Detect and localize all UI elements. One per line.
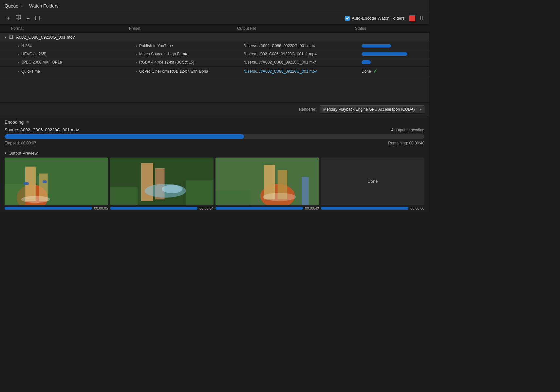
preset-chevron-icon: ▾ [136,52,137,56]
preset-chevron-icon: ▾ [136,61,137,64]
col-output: Output File [237,26,355,31]
preview-progress-row-4: 00:00:00 [321,206,424,210]
preview-item-2: 00:00:04 [110,158,214,210]
table-row: ▾ HEVC (H.265) ▾ Match Source – High Bit… [0,50,429,58]
done-preview-label: Done [367,179,378,184]
output-path: /Users/.../A002_C086_09220G_001.mp4 [244,44,362,48]
preset-cell: ▾ Match Source – High Bitrate [136,52,244,56]
encoding-source: Source: A002_C086_09220G_001.mov [5,127,79,132]
output-path: /Users/.../002_C086_09220G_001_1.mp4 [244,52,362,56]
format-cell: ▾ HEVC (H.265) [18,52,136,56]
svg-rect-19 [186,180,214,205]
stop-button[interactable] [409,15,415,21]
svg-rect-11 [24,182,29,185]
format-cell: ▾ QuickTime [18,69,136,74]
pause-button[interactable]: ⏸ [419,15,424,21]
previews-grid: 00:00:05 00:00:04 [5,158,424,212]
preview-time-1: 00:00:05 [94,206,108,210]
encoding-source-row: Source: A002_C086_09220G_001.mov 4 outpu… [5,127,424,132]
source-chevron-icon[interactable]: ▾ [5,35,7,40]
elapsed-label: Elapsed: 00:00:07 [5,141,36,145]
toolbar: + − ❐ Auto-Encode Watch Folders ⏸ [0,12,429,25]
preview-progress-bar-3 [215,207,303,210]
table-row: ▾ JPEG 2000 MXF OP1a ▾ RGBA 4:4:4:4 12-b… [0,58,429,66]
col-status: Status [355,26,420,31]
preview-progress-row-1: 00:00:05 [5,206,108,210]
film-icon: 🎞 [9,35,13,40]
source-row[interactable]: ▾ 🎞 A002_C086_09220G_001.mov [0,33,429,42]
encoding-section: Encoding ≡ Source: A002_C086_09220G_001.… [0,116,429,212]
preview-thumb-2 [110,158,214,205]
svg-point-10 [21,196,50,203]
source-filename: A002_C086_09220G_001.mov [16,35,75,40]
preview-progress-row-2: 00:00:04 [110,206,214,210]
watch-folders-tab[interactable]: Watch Folders [29,3,59,9]
preview-time-2: 00:00:04 [199,206,214,210]
format-label: JPEG 2000 MXF OP1a [21,60,62,65]
top-nav: Queue ≡ Watch Folders [0,0,429,12]
duplicate-button[interactable]: ❐ [33,15,42,22]
format-cell: ▾ JPEG 2000 MXF OP1a [18,60,136,65]
preset-label: Publish to YouTube [139,44,173,48]
queue-tab[interactable]: Queue ≡ [5,3,23,9]
preset-label: Match Source – High Bitrate [139,52,188,56]
preview-item-3: 00:00:40 [215,158,319,210]
done-status: Done [362,69,371,74]
output-path: /Users/.../t/A002_C086_09220G_001.mxf [244,60,362,65]
preset-cell: ▾ RGBA 4:4:4:4 12-bit (BCS@L5) [136,60,244,65]
timing-row: Elapsed: 00:00:07 Remaining: 00:00:40 [5,141,424,145]
progress-bar [362,44,391,47]
table-row: ▾ QuickTime ▾ GoPro CineForm RGB 12-bit … [0,66,429,76]
auto-encode-checkbox[interactable] [345,16,350,21]
queue-empty-area [0,76,429,103]
preview-image-2 [110,158,214,205]
preset-chevron-icon: ▾ [136,44,137,48]
encoding-menu-icon: ≡ [26,120,29,125]
preview-image-3 [215,158,319,205]
status-cell [362,60,424,64]
output-preview-label: Output Preview [9,151,38,156]
output-preview-header: ▾ Output Preview [5,148,424,158]
renderer-select[interactable]: Mercury Playback Engine GPU Acceleration… [320,105,424,113]
add-output-button[interactable] [13,14,23,22]
col-format: Format [11,26,129,31]
output-path: /Users/.../t/A002_C086_09220G_001.mov [244,69,362,74]
preview-progress-bar-4 [321,207,408,210]
renderer-label: Renderer: [299,107,316,112]
preview-progress-bar-1 [5,207,92,210]
preview-chevron-icon: ▾ [5,151,7,155]
status-cell: Done ✓ [362,68,424,74]
add-button[interactable]: + [5,15,12,22]
svg-rect-26 [215,191,250,205]
status-cell [362,52,424,56]
format-label: H.264 [21,44,32,48]
preview-item-1: 00:00:05 [5,158,108,210]
preset-label: RGBA 4:4:4:4 12-bit (BCS@L5) [139,60,194,65]
outputs-count: 4 outputs encoding [391,128,424,132]
preview-progress-row-3: 00:00:40 [215,206,319,210]
svg-point-24 [263,193,296,201]
auto-encode-text: Auto-Encode Watch Folders [352,16,405,21]
queue-menu-icon: ≡ [20,4,23,8]
col-preset: Preset [129,26,237,31]
svg-rect-18 [110,187,138,205]
remove-button[interactable]: − [25,15,32,22]
row-chevron-icon: ▾ [18,61,19,64]
format-label: HEVC (H.265) [21,52,47,56]
encoding-header: Encoding ≡ [5,120,424,125]
auto-encode-label: Auto-Encode Watch Folders [345,16,405,21]
preview-thumb-1 [5,158,108,205]
preview-image-1 [5,158,108,205]
preview-item-4: Done 00:00:00 [321,158,424,210]
svg-rect-12 [43,180,47,183]
row-chevron-icon: ▾ [18,69,19,73]
preview-time-3: 00:00:40 [305,206,319,210]
preset-chevron-icon: ▾ [136,69,137,73]
preview-progress-bar-2 [110,207,197,210]
remaining-label: Remaining: 00:00:40 [388,141,424,145]
svg-point-17 [162,185,182,193]
renderer-select-wrap: Mercury Playback Engine GPU Acceleration… [320,105,424,113]
format-cell: ▾ H.264 [18,44,136,48]
table-row: ▾ H.264 ▾ Publish to YouTube /Users/.../… [0,42,429,50]
progress-bar [362,52,407,56]
